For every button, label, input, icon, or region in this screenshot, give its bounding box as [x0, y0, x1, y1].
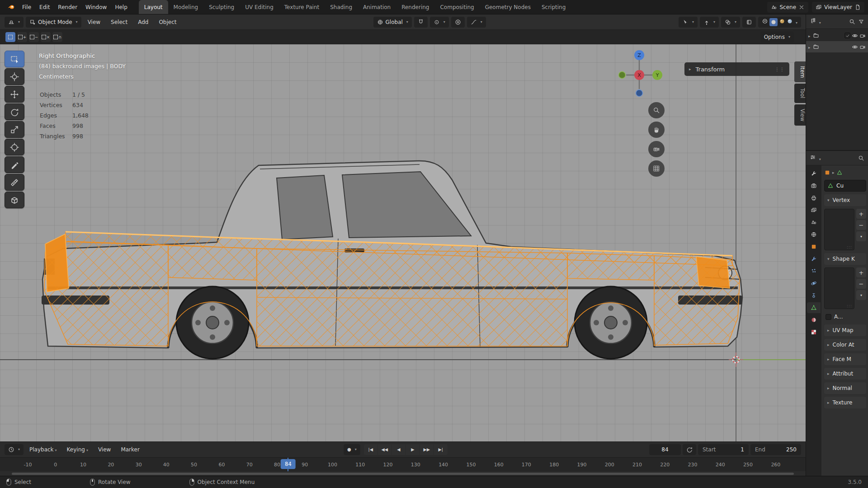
navigation-gizmo[interactable]: Z X Y	[612, 46, 666, 100]
panel-vertex-groups[interactable]: Vertex	[824, 194, 866, 206]
mode-select[interactable]: Object Mode	[26, 17, 81, 28]
transform-orientation-select[interactable]: Global	[373, 17, 412, 28]
shading-solid-button[interactable]	[769, 18, 778, 26]
current-frame-field[interactable]: 84	[649, 444, 681, 455]
sidebar-tab-item[interactable]: Item	[794, 61, 806, 82]
add-vertex-group-button[interactable]: +	[856, 209, 866, 219]
menu-select[interactable]: Select	[107, 17, 132, 28]
tab-physics[interactable]	[807, 278, 821, 289]
shading-options-dropdown[interactable]	[794, 19, 797, 25]
mesh-data-icon[interactable]	[836, 169, 843, 176]
panel-texture-space[interactable]: Texture	[824, 397, 866, 408]
menu-edit[interactable]: Edit	[35, 0, 54, 14]
panel-color-attributes[interactable]: Color At	[824, 339, 866, 351]
tool-add-cube[interactable]	[5, 192, 24, 208]
unlink-scene-icon[interactable]	[798, 4, 805, 10]
menu-render[interactable]: Render	[54, 0, 81, 14]
outliner-row-collection[interactable]	[806, 41, 868, 52]
timeline-ruler[interactable]: -10 0 10 20 30 40 50 60 70 80 90 100 110…	[0, 457, 806, 472]
workspace-tab-layout[interactable]: Layout	[139, 0, 168, 14]
gizmo-z-axis[interactable]: Z	[634, 50, 644, 60]
gizmo-y-negative[interactable]	[619, 72, 626, 79]
shading-material-button[interactable]	[779, 18, 785, 26]
menu-marker[interactable]: Marker	[117, 444, 143, 455]
tool-transform[interactable]	[5, 139, 24, 155]
xray-toggle[interactable]	[742, 17, 756, 28]
tool-annotate[interactable]	[5, 156, 24, 173]
menu-help[interactable]: Help	[111, 0, 131, 14]
workspace-tab-scripting[interactable]: Scripting	[536, 0, 571, 14]
workspace-tab-compositing[interactable]: Compositing	[434, 0, 479, 14]
new-viewlayer-icon[interactable]	[854, 4, 861, 10]
properties-search-icon[interactable]	[858, 155, 864, 161]
options-dropdown[interactable]: Options	[760, 32, 794, 42]
panel-face-maps[interactable]: Face M	[824, 353, 866, 365]
proportional-edit-toggle[interactable]	[451, 17, 465, 28]
camera-render-visibility-icon[interactable]	[859, 44, 866, 50]
datablock-name-field[interactable]: Cu	[824, 180, 866, 192]
panel-uv-maps[interactable]: UV Map	[824, 324, 866, 336]
workspace-tab-shading[interactable]: Shading	[325, 0, 358, 14]
vertex-groups-list[interactable]	[824, 209, 854, 250]
workspace-tab-modeling[interactable]: Modeling	[168, 0, 204, 14]
jump-to-start-button[interactable]: |◀	[364, 444, 377, 455]
collection-checkbox[interactable]	[844, 33, 850, 38]
tool-box-select[interactable]	[5, 51, 24, 67]
workspace-tab-uv-editing[interactable]: UV Editing	[240, 0, 279, 14]
expand-icon[interactable]	[808, 33, 811, 39]
snap-toggle[interactable]	[414, 17, 428, 28]
select-mode-extend[interactable]: +	[17, 32, 27, 42]
menu-playback[interactable]: Playback	[25, 444, 61, 455]
tool-cursor[interactable]	[5, 68, 24, 85]
select-mode-intersect[interactable]: ∩	[52, 32, 62, 42]
gizmo-y-axis[interactable]: Y	[652, 70, 662, 80]
snap-target-select[interactable]	[430, 17, 449, 28]
tool-scale[interactable]	[5, 121, 24, 138]
remove-vertex-group-button[interactable]: −	[856, 220, 866, 230]
vertex-group-specials-button[interactable]: ▾	[856, 231, 866, 241]
next-keyframe-button[interactable]: ▶▶	[420, 444, 434, 455]
timeline-editor-type-button[interactable]	[5, 444, 24, 455]
tab-object[interactable]	[807, 241, 821, 252]
add-shape-key-button[interactable]: +	[856, 267, 866, 277]
pan-hand-button[interactable]	[648, 122, 665, 138]
object-type-visibility-button[interactable]	[679, 17, 698, 28]
menu-add[interactable]: Add	[134, 17, 152, 28]
gizmo-x-axis[interactable]: X	[634, 70, 644, 80]
tool-rotate[interactable]	[5, 103, 24, 120]
tab-object-data[interactable]	[807, 302, 821, 313]
play-button[interactable]: ▶	[406, 444, 420, 455]
tab-material[interactable]	[807, 314, 821, 325]
eye-visibility-icon[interactable]	[852, 33, 858, 39]
viewport-3d[interactable]: Right Orthographic (84) backround images…	[0, 44, 806, 441]
workspace-tab-animation[interactable]: Animation	[358, 0, 396, 14]
menu-keying[interactable]: Keying	[63, 444, 92, 455]
show-overlays-toggle[interactable]	[721, 17, 740, 28]
timeline-scrollbar[interactable]	[12, 473, 794, 475]
menu-timeline-view[interactable]: View	[94, 444, 115, 455]
outliner-row-scene-collection[interactable]	[806, 30, 868, 41]
eye-visibility-icon[interactable]	[852, 44, 858, 50]
tab-render[interactable]	[807, 180, 821, 191]
remove-shape-key-button[interactable]: −	[856, 279, 866, 289]
jump-to-end-button[interactable]: ▶|	[434, 444, 448, 455]
blender-logo[interactable]	[4, 0, 18, 14]
panel-attributes[interactable]: Attribut	[824, 368, 866, 380]
tab-output[interactable]	[807, 192, 821, 203]
select-mode-set[interactable]	[5, 32, 15, 42]
expand-icon[interactable]	[808, 44, 811, 50]
tab-constraints[interactable]	[807, 290, 821, 301]
outliner-search-icon[interactable]	[849, 19, 855, 25]
proportional-falloff-select[interactable]	[467, 17, 486, 28]
shading-wireframe-button[interactable]	[762, 18, 768, 26]
outliner-editor-type-button[interactable]	[810, 18, 821, 25]
transform-panel-header[interactable]: Transform ⋮⋮	[684, 62, 789, 76]
auto-keying-toggle[interactable]: ●	[344, 444, 360, 455]
sidebar-tab-tool[interactable]: Tool	[794, 84, 806, 103]
shape-keys-list[interactable]	[824, 267, 854, 309]
tool-measure[interactable]	[5, 174, 24, 191]
zoom-button[interactable]	[648, 102, 665, 118]
properties-editor-type-button[interactable]	[810, 154, 821, 162]
workspace-tab-sculpting[interactable]: Sculpting	[203, 0, 240, 14]
tab-world[interactable]	[807, 229, 821, 240]
